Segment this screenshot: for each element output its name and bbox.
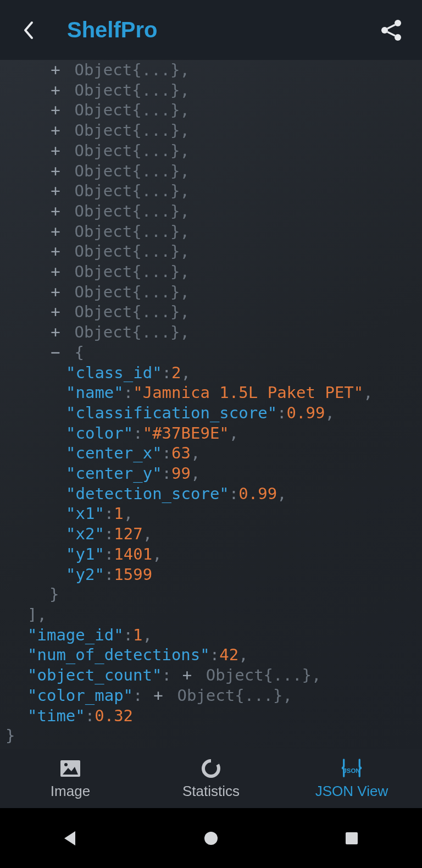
- expand-icon[interactable]: +: [49, 60, 62, 80]
- expand-icon[interactable]: +: [49, 80, 62, 101]
- share-button[interactable]: [378, 17, 404, 43]
- json-collapsed-object[interactable]: + Object{...},: [5, 100, 417, 120]
- app-title: ShelfPro: [67, 18, 157, 42]
- back-button[interactable]: [18, 19, 40, 41]
- circle-home-icon: [203, 830, 219, 847]
- svg-point-0: [395, 20, 401, 26]
- json-collapsed-object[interactable]: + Object{...},: [5, 282, 417, 302]
- json-row-center-y: "center_y":99,: [5, 463, 417, 484]
- json-row-image-id: "image_id":1,: [5, 625, 417, 645]
- json-collapsed-object[interactable]: + Object{...},: [5, 201, 417, 222]
- json-row-classification-score: "classification_score":0.99,: [5, 403, 417, 423]
- json-collapsed-object[interactable]: + Object{...},: [5, 60, 417, 80]
- svg-point-1: [381, 27, 388, 34]
- json-collapsed-object[interactable]: + Object{...},: [5, 181, 417, 201]
- svg-point-7: [64, 763, 68, 766]
- svg-text:JSON: JSON: [343, 767, 360, 773]
- chevron-left-icon: [22, 20, 35, 40]
- svg-rect-12: [346, 832, 358, 844]
- json-row-object-count[interactable]: "object_count": + Object{...},: [5, 665, 417, 685]
- triangle-back-icon: [62, 830, 79, 847]
- json-row-num-detections: "num_of_detections":42,: [5, 645, 417, 665]
- svg-point-2: [395, 34, 401, 41]
- expand-icon[interactable]: +: [49, 161, 62, 181]
- json-collapsed-object[interactable]: + Object{...},: [5, 262, 417, 282]
- json-collapsed-object[interactable]: + Object{...},: [5, 80, 417, 101]
- expand-icon[interactable]: +: [49, 201, 62, 222]
- bottom-tabs: Image Statistics JSON JSON View: [0, 749, 422, 808]
- expand-icon[interactable]: +: [49, 262, 62, 282]
- expand-icon[interactable]: +: [49, 181, 62, 201]
- json-collapsed-object[interactable]: + Object{...},: [5, 241, 417, 262]
- json-collapsed-object[interactable]: + Object{...},: [5, 222, 417, 242]
- share-icon: [380, 19, 403, 42]
- tab-statistics[interactable]: Statistics: [141, 749, 281, 808]
- expand-icon[interactable]: +: [49, 222, 62, 242]
- nav-back-button[interactable]: [54, 822, 87, 855]
- json-collapsed-object[interactable]: + Object{...},: [5, 120, 417, 141]
- json-row-color-map[interactable]: "color_map": + Object{...},: [5, 685, 417, 706]
- expand-icon[interactable]: +: [152, 685, 164, 706]
- json-collapsed-object[interactable]: + Object{...},: [5, 302, 417, 322]
- collapse-icon[interactable]: −: [49, 342, 62, 363]
- expand-icon[interactable]: +: [49, 100, 62, 120]
- expand-icon[interactable]: +: [181, 665, 193, 685]
- json-row-time: "time":0.32: [5, 706, 417, 726]
- json-row-y1: "y1":1401,: [5, 544, 417, 565]
- json-root-close: }: [5, 726, 417, 746]
- square-recent-icon: [345, 831, 359, 845]
- expand-icon[interactable]: +: [49, 241, 62, 262]
- expand-icon[interactable]: +: [49, 322, 62, 342]
- expand-icon[interactable]: +: [49, 282, 62, 302]
- tab-json-view[interactable]: JSON JSON View: [281, 749, 422, 808]
- svg-line-3: [387, 25, 395, 29]
- json-row-y2: "y2":1599: [5, 565, 417, 585]
- json-collapsed-object[interactable]: + Object{...},: [5, 161, 417, 181]
- json-row-name: "name":"Jamnica 1.5L Paket PET",: [5, 383, 417, 403]
- json-expanded-open[interactable]: − {: [5, 342, 417, 363]
- json-collapsed-object[interactable]: + Object{...},: [5, 322, 417, 342]
- json-collapsed-object[interactable]: + Object{...},: [5, 141, 417, 161]
- svg-point-11: [204, 832, 218, 845]
- image-icon: [59, 758, 81, 779]
- json-viewer[interactable]: + Object{...},+ Object{...},+ Object{...…: [0, 60, 422, 749]
- svg-line-4: [387, 32, 395, 36]
- json-row-detection-score: "detection_score":0.99,: [5, 484, 417, 504]
- json-row-x1: "x1":1,: [5, 504, 417, 524]
- json-row-class-id: "class_id":2,: [5, 363, 417, 383]
- tab-label: JSON View: [315, 783, 388, 800]
- tab-image[interactable]: Image: [0, 749, 141, 808]
- json-row-center-x: "center_x":63,: [5, 443, 417, 463]
- json-expanded-close: }: [5, 584, 417, 605]
- json-row-x2: "x2":127,: [5, 524, 417, 544]
- json-array-close: ],: [5, 605, 417, 625]
- app-bar: ShelfPro: [0, 0, 422, 60]
- expand-icon[interactable]: +: [49, 302, 62, 322]
- json-icon: JSON: [341, 758, 363, 779]
- json-row-color: "color":"#37BE9E",: [5, 423, 417, 444]
- tab-label: Image: [51, 783, 90, 800]
- statistics-icon: [200, 758, 222, 779]
- expand-icon[interactable]: +: [49, 120, 62, 141]
- system-nav-bar: [0, 808, 422, 868]
- nav-recent-button[interactable]: [335, 822, 368, 855]
- nav-home-button[interactable]: [195, 822, 227, 855]
- expand-icon[interactable]: +: [49, 141, 62, 161]
- svg-marker-10: [64, 831, 75, 845]
- tab-label: Statistics: [182, 783, 240, 800]
